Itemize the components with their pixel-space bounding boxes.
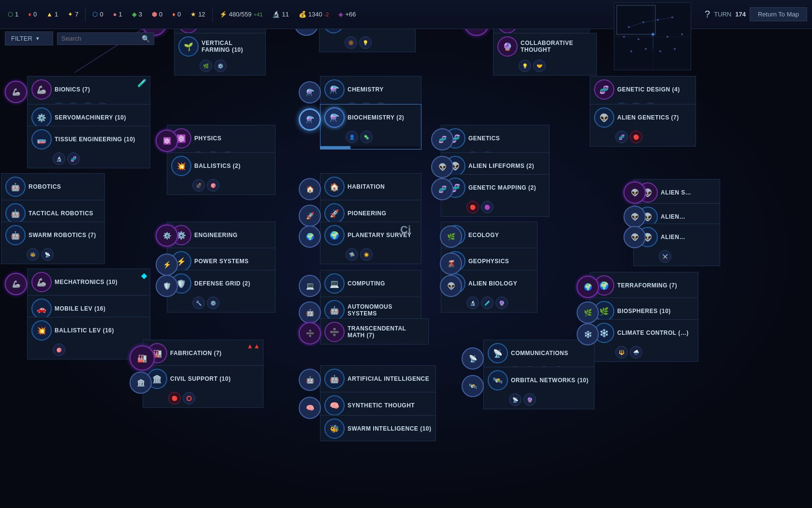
hub-computing[interactable]: 💻 <box>299 275 321 297</box>
hub-artificial-intelligence[interactable]: 🤖 <box>299 369 321 391</box>
hub-synthetic-thought[interactable]: 🧠 <box>299 397 321 419</box>
filter-label: FILTER <box>11 35 32 42</box>
swarm-robotics-title: SWARM ROBOTICS (7) <box>29 232 96 239</box>
hub-habitation[interactable]: 🏠 <box>299 178 321 200</box>
hub-orbital-networks[interactable]: 🛰️ <box>462 375 484 397</box>
hub-ecology[interactable]: 🌿 <box>440 225 462 248</box>
hub-physics[interactable]: ⚛️ <box>156 130 178 152</box>
servo-title: SERVOMACHINERY (10) <box>55 114 126 121</box>
hub-climate-control[interactable]: ❄️ <box>577 323 599 345</box>
resource-3-value: 1 <box>55 11 58 18</box>
tech-node-defense-grid[interactable]: 🛡️ DEFENSE GRID (2) 🔧 ⚙️ <box>167 270 276 313</box>
tech-node-tissue-engineering[interactable]: 🧫 TISSUE ENGINEERING (10) 🔬 🧬 <box>27 126 150 168</box>
tech-node-alien-3[interactable]: 👽 ALIEN… ⚔️ <box>633 224 720 266</box>
vf-sub-2: ⚙️ <box>214 60 227 72</box>
tech-node-transcendental-math[interactable]: ➗ TRANSCENDENTAL MATH (7) <box>320 318 429 344</box>
mobile-lev-title: MOBILE LEV (16) <box>55 305 106 312</box>
resource-4-value: 7 <box>75 11 78 18</box>
swarm-intelligence-icon: 🐝 <box>324 418 345 439</box>
bionics-icon: 🦾 <box>31 79 52 100</box>
power-systems-title: POWER SYSTEMS <box>194 258 249 265</box>
resource-8-value: 0 <box>159 11 162 18</box>
chemistry-icon: ⚗️ <box>324 79 345 100</box>
hub-planetary[interactable]: 🌍 <box>299 225 321 248</box>
hub-alien-s2[interactable]: 👽 <box>624 206 646 228</box>
hub-autonomous[interactable]: 🤖 <box>299 301 321 324</box>
biochemistry-icon: ⚗️ <box>324 107 345 128</box>
filter-dropdown[interactable]: FILTER ▼ <box>5 31 53 45</box>
hub-transcendental[interactable]: ➗ <box>299 322 321 344</box>
tech-node-biochemistry[interactable]: ⚗️ BIOCHEMISTRY (2) 👤 🦠 <box>320 104 421 149</box>
hub-genetic-mapping[interactable]: 🧬 <box>431 178 453 200</box>
tech-node-alien-genetics[interactable]: 👽 ALIEN GENETICS (7) 🧬 🔴 <box>590 104 696 147</box>
hub-bionics[interactable]: 🦾 <box>5 81 27 103</box>
minimap-svg <box>614 3 691 70</box>
hub-geophysics[interactable]: 🌋 <box>440 253 462 275</box>
energy-display: ⚡ 480/559 +41 <box>217 11 266 18</box>
resource-7-value: 3 <box>139 11 142 18</box>
return-to-map-button[interactable]: Return To Map <box>750 7 807 21</box>
hub-alien-biology[interactable]: 👽 <box>440 275 462 297</box>
tech-node-climate-control[interactable]: ❄️ CLIMATE CONTROL (…) 🔱 🌧️ <box>590 319 698 362</box>
hub-biochemistry[interactable]: ⚗️ <box>299 108 321 131</box>
hud-right: ? TURN 174 Return To Map <box>705 7 807 21</box>
resource-9-icon: ♦ <box>172 11 175 18</box>
ballistics-icon: 💥 <box>171 156 191 176</box>
svg-point-61 <box>630 50 632 52</box>
hub-alien-s3[interactable]: 👽 <box>624 226 646 248</box>
artificial-intelligence-icon: 🤖 <box>324 369 345 389</box>
ps2-sub-2: ☀️ <box>360 248 373 261</box>
hub-alien-lifeforms[interactable]: 👽 <box>431 156 453 178</box>
terraforming-title: TERRAFORMING (7) <box>617 282 677 289</box>
tech-node-genetic-mapping[interactable]: 🧬 GENETIC MAPPING (2) 🔴 🟣 <box>441 174 550 217</box>
te-sub-2: 🧬 <box>67 152 80 165</box>
cs-sub-1: 🔴 <box>168 392 181 404</box>
hub-biospheres[interactable]: 🌿 <box>577 301 599 324</box>
tactical-robotics-icon: 🤖 <box>5 203 26 224</box>
tissue-icon: 🧫 <box>31 129 52 149</box>
hub-terraforming[interactable]: 🌍 <box>577 276 599 298</box>
ab-sub-2: 🧪 <box>481 297 493 309</box>
resource-1-icon: ⬡ <box>8 11 13 18</box>
resource-3-icon: ▲ <box>46 11 53 18</box>
ballistic-lev-icon: 💥 <box>31 320 52 341</box>
hub-defense-grid[interactable]: 🛡️ <box>156 275 178 297</box>
hub-pioneering[interactable]: 🚀 <box>299 205 321 227</box>
tech-node-vertical-farming[interactable]: 🌱 VERTICAL FARMING (10) 🌿 ⚙️ <box>174 33 266 75</box>
tech-node-ballistics[interactable]: 💥 BALLISTICS (2) 💣 🎯 <box>167 152 276 195</box>
hub-chemistry[interactable]: ⚗️ <box>299 81 321 104</box>
hub-civil-support[interactable]: 🏛️ <box>130 372 152 394</box>
hub-mechatronics[interactable]: 🦾 <box>5 273 27 295</box>
tech-node-civil-support[interactable]: 🏛️ CIVIL SUPPORT (10) 🔴 ⭕ <box>143 365 263 408</box>
transcendental-math-icon: ➗ <box>324 322 345 342</box>
svg-point-57 <box>638 38 639 40</box>
resource-10-icon: ★ <box>190 11 196 18</box>
ab-sub-3: 🔮 <box>495 297 508 309</box>
hub-engineering[interactable]: ⚙️ <box>156 224 178 247</box>
tech-node-swarm-intelligence[interactable]: 🐝 SWARM INTELLIGENCE (10) <box>320 415 436 441</box>
alien-lifeforms-title: ALIEN LIFEFORMS (2) <box>468 163 534 169</box>
resource-4: ✦ 7 <box>65 11 81 18</box>
communications-icon: 📡 <box>488 343 508 363</box>
hub-power-systems[interactable]: ⚡ <box>156 254 178 276</box>
search-box[interactable]: 🔍 <box>57 32 154 45</box>
hub-genetics[interactable]: 🧬 <box>431 128 453 150</box>
dg-sub-2: ⚙️ <box>207 297 219 309</box>
minimap[interactable] <box>614 2 691 70</box>
hub-communications[interactable]: 📡 <box>462 347 484 370</box>
filter-bar: FILTER ▼ 🔍 <box>5 31 154 45</box>
help-button[interactable]: ? <box>705 9 710 20</box>
tech-node-orbital-networks[interactable]: 🛰️ ORBITAL NETWORKS (10) 📡 🔮 <box>483 367 594 409</box>
hub-fabrication[interactable]: 🏭 <box>130 345 155 371</box>
search-input[interactable] <box>61 35 139 42</box>
alien-genetics-title: ALIEN GENETICS (7) <box>617 114 679 121</box>
svg-rect-49 <box>614 3 691 70</box>
dg-sub-1: 🔧 <box>192 297 205 309</box>
hub-alien-s[interactable]: 👽 <box>624 181 646 204</box>
on-sub-1: 📡 <box>509 393 522 406</box>
tech-node-collaborative-thought[interactable]: 🔮 COLLABORATIVE THOUGHT 💡 🤝 <box>493 33 597 75</box>
ecology-title: ECOLOGY <box>468 232 499 239</box>
tech-node-swarm-robotics[interactable]: 🤖 SWARM ROBOTICS (7) 🐝 📡 <box>1 222 105 264</box>
genetic-mapping-title: GENETIC MAPPING (2) <box>468 184 536 191</box>
turn-value: 174 <box>735 11 746 18</box>
